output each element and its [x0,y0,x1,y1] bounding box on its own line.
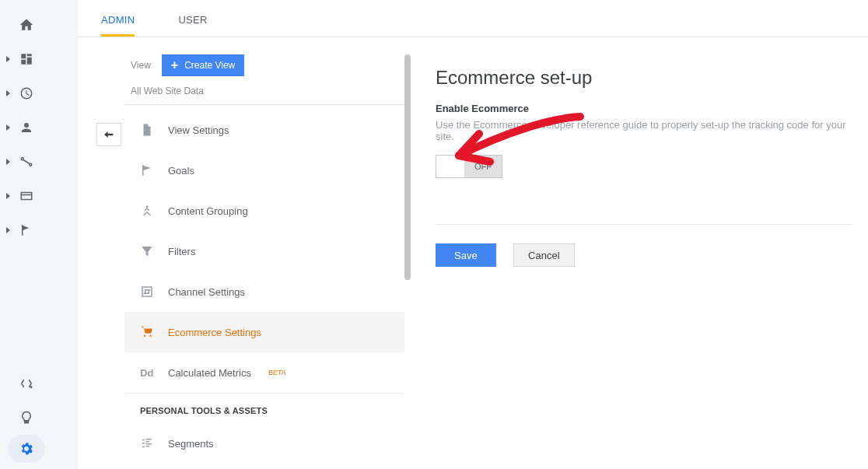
tab-user[interactable]: USER [178,14,207,37]
plus-icon: + [171,59,178,72]
sidebar-channel-settings[interactable]: Channel Settings [124,271,404,312]
view-panel: View +Create View All Web Site Data View… [124,54,404,464]
caret-icon [6,56,10,62]
sidebar-goals[interactable]: Goals [124,150,404,191]
create-view-label: Create View [184,60,235,71]
label: Content Grouping [168,205,248,217]
label: Goals [168,165,194,177]
enable-ecommerce-heading: Enable Ecommerce [436,103,852,114]
label: Filters [168,246,195,257]
label: Channel Settings [168,286,245,298]
view-settings-list: View Settings Goals Content Grouping Fil… [124,110,404,393]
rail-conversions[interactable] [0,213,53,247]
rail-admin-gear[interactable] [8,435,45,463]
rail-acquisition[interactable] [0,145,53,179]
caret-icon [6,193,10,199]
enable-ecommerce-toggle[interactable]: OFF [436,155,502,178]
cart-icon [140,325,154,339]
panel-scrollbar[interactable] [404,54,411,280]
section-personal-tools: PERSONAL TOOLS & ASSETS [124,393,404,423]
enable-ecommerce-desc: Use the Ecommerce developer reference gu… [436,119,852,142]
left-nav-rail [0,0,53,469]
dd-icon: Dd [140,367,154,379]
tab-admin[interactable]: ADMIN [101,14,135,37]
caret-icon [6,159,10,165]
beta-badge: BETA [268,369,286,376]
rail-discover[interactable] [0,366,53,401]
toggle-off-half: OFF [464,156,502,177]
caret-icon [6,227,10,233]
flag-icon [140,163,154,177]
sidebar-segments[interactable]: Segments [124,423,404,464]
rail-dashboard[interactable] [0,42,53,76]
file-icon [140,123,154,137]
svg-rect-2 [142,287,152,296]
sidebar-ecommerce-settings[interactable]: Ecommerce Settings [124,312,404,352]
label: View Settings [168,124,229,136]
rail-audience[interactable] [0,110,53,145]
label: Segments [168,438,214,450]
content-area: ADMIN USER View +Create View All Web Sit… [78,0,868,469]
sidebar-filters[interactable]: Filters [124,231,404,271]
sidebar-calculated-metrics[interactable]: DdCalculated MetricsBETA [124,352,404,393]
sidebar-view-settings[interactable]: View Settings [124,110,404,150]
page-title: Ecommerce set-up [436,67,852,89]
ecommerce-setup-panel: Ecommerce set-up Enable Ecommerce Use th… [436,67,852,267]
back-button[interactable] [96,123,121,146]
toggle-on-half [436,156,464,177]
view-selector[interactable]: All Web Site Data [124,76,404,105]
rail-tips[interactable] [0,401,53,435]
view-label: View [131,60,151,71]
save-button[interactable]: Save [436,243,496,267]
rail-behavior[interactable] [0,179,53,213]
rail-realtime[interactable] [0,76,53,110]
rail-home[interactable] [0,8,53,42]
channel-icon [140,285,154,299]
svg-point-0 [30,386,33,388]
filter-icon [140,244,154,258]
svg-point-1 [146,205,149,208]
divider [436,224,852,225]
cancel-button[interactable]: Cancel [513,243,574,267]
sidebar-content-grouping[interactable]: Content Grouping [124,191,404,231]
segments-icon [140,436,154,450]
caret-icon [6,124,10,131]
group-icon [140,204,154,218]
create-view-button[interactable]: +Create View [162,54,245,76]
label: Calculated Metrics [168,367,251,379]
admin-tabs: ADMIN USER [78,0,868,37]
label: Ecommerce Settings [168,327,261,338]
caret-icon [6,90,10,96]
